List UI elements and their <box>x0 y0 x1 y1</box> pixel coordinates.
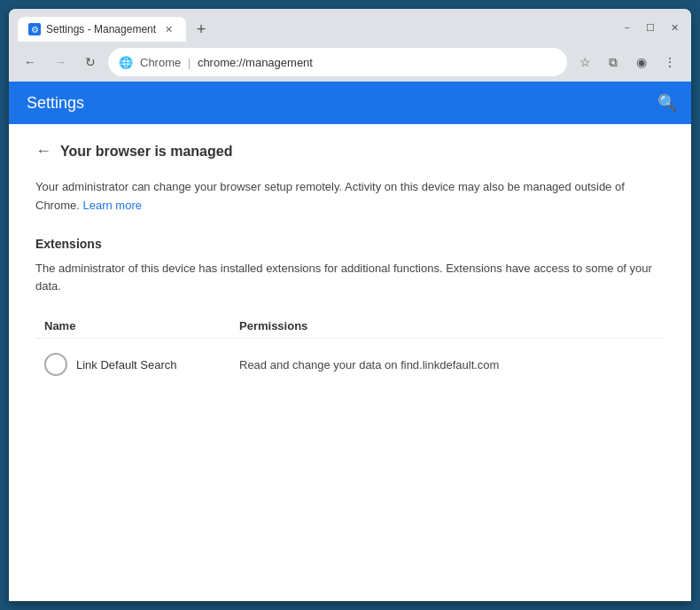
maximize-button[interactable]: ☐ <box>642 20 658 35</box>
chrome-label: Chrome <box>140 56 181 69</box>
account-button[interactable]: ◉ <box>629 50 654 74</box>
nav-bar: ← → ↻ 🌐 Chrome | chrome://management ☆ ⧉… <box>9 43 691 82</box>
window-controls: − ☐ ✕ <box>621 20 682 39</box>
settings-header: Settings 🔍 <box>9 82 691 124</box>
extensions-desc: The administrator of this device has ins… <box>35 260 665 297</box>
menu-button[interactable]: ⋮ <box>657 50 682 74</box>
page-title: Your browser is managed <box>60 144 232 160</box>
address-separator: | <box>188 56 191 69</box>
browser-tab[interactable]: Settings - Management ✕ <box>18 17 186 42</box>
permission-text: Read and change your data on find.linkde… <box>239 358 656 371</box>
content-wrapper: ← Your browser is managed Your administr… <box>35 142 665 383</box>
settings-search-icon[interactable]: 🔍 <box>657 93 677 113</box>
tab-close-button[interactable]: ✕ <box>161 22 175 36</box>
address-url: chrome://management <box>198 56 313 69</box>
extension-icon <box>44 353 67 376</box>
lock-icon: 🌐 <box>119 56 133 69</box>
table-row: Link Default Search Read and change your… <box>35 346 665 383</box>
address-text: Chrome | chrome://management <box>140 56 556 69</box>
bookmark-button[interactable]: ☆ <box>572 50 597 74</box>
tab-title: Settings - Management <box>46 23 156 35</box>
settings-title: Settings <box>27 94 657 113</box>
col-permissions: Permissions <box>239 319 656 332</box>
learn-more-link[interactable]: Learn more <box>82 199 141 212</box>
page-header: ← Your browser is managed <box>35 142 665 160</box>
tab-favicon <box>28 23 41 35</box>
content-area: ← Your browser is managed Your administr… <box>9 124 691 601</box>
extension-name-cell: Link Default Search <box>44 353 239 376</box>
title-bar: Settings - Management ✕ + − ☐ ✕ <box>9 9 691 43</box>
page-back-button[interactable]: ← <box>35 142 51 160</box>
minimize-button[interactable]: − <box>621 20 634 35</box>
address-bar[interactable]: 🌐 Chrome | chrome://management <box>108 48 567 76</box>
back-button[interactable]: ← <box>18 50 43 74</box>
managed-description: Your administrator can change your brows… <box>35 178 665 215</box>
forward-button[interactable]: → <box>48 50 73 74</box>
refresh-button[interactable]: ↻ <box>78 50 103 74</box>
extensions-title: Extensions <box>35 237 665 251</box>
close-button[interactable]: ✕ <box>667 20 682 35</box>
col-name: Name <box>44 319 239 332</box>
extensions-table-header: Name Permissions <box>35 314 665 339</box>
extensions-button[interactable]: ⧉ <box>601 50 626 74</box>
nav-icons: ☆ ⧉ ◉ ⋮ <box>572 50 682 74</box>
browser-window: Settings - Management ✕ + − ☐ ✕ ← → ↻ 🌐 … <box>9 9 691 601</box>
new-tab-button[interactable]: + <box>190 18 213 41</box>
extension-name-label: Link Default Search <box>76 358 176 371</box>
